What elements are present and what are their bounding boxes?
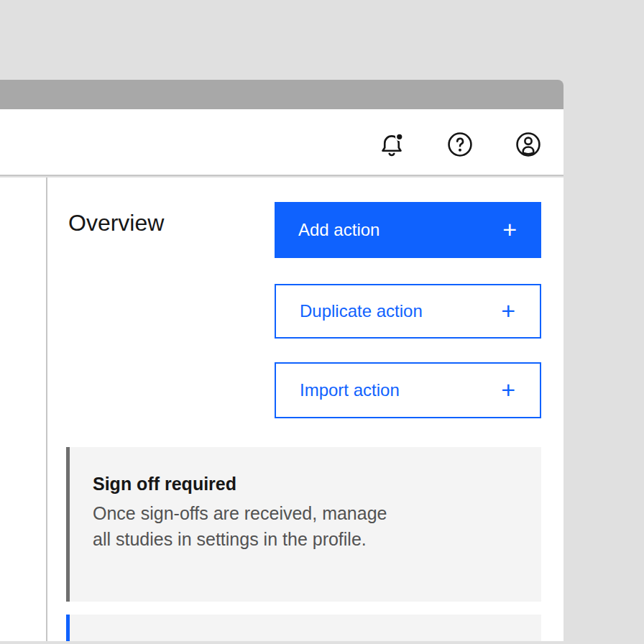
- import-action-button[interactable]: Import action +: [275, 362, 541, 418]
- notification-title: Sign off required: [93, 472, 527, 496]
- notification-sign-off: Sign off required Once sign-offs are rec…: [66, 447, 541, 602]
- notification-body: Once sign-offs are received, manage all …: [93, 500, 527, 552]
- page-title: Overview: [68, 210, 164, 236]
- duplicate-action-button[interactable]: Duplicate action +: [275, 284, 541, 339]
- sidebar-divider: [46, 178, 47, 641]
- add-action-button[interactable]: Add action +: [275, 202, 541, 258]
- account-button[interactable]: [512, 129, 544, 160]
- import-action-label: Import action: [300, 380, 400, 400]
- plus-icon: +: [502, 217, 517, 242]
- add-action-label: Add action: [298, 220, 380, 240]
- user-avatar-icon: [515, 131, 542, 158]
- help-button[interactable]: [444, 129, 476, 160]
- notification-body-line: Once sign-offs are received, manage: [93, 500, 527, 526]
- help-icon: [446, 131, 474, 158]
- notification-body-line: all studies in settings in the profile.: [93, 526, 527, 552]
- unread-dot: [396, 134, 403, 141]
- plus-icon: +: [501, 377, 515, 402]
- notification-partial: [66, 615, 541, 641]
- notification-bell-icon: [377, 130, 406, 159]
- content-area: Overview Add action + Duplicate action +…: [0, 178, 564, 641]
- notifications-button[interactable]: [376, 129, 408, 160]
- global-header: [0, 109, 564, 176]
- duplicate-action-label: Duplicate action: [300, 301, 423, 321]
- plus-icon: +: [501, 298, 515, 323]
- window-titlebar[interactable]: [0, 80, 564, 109]
